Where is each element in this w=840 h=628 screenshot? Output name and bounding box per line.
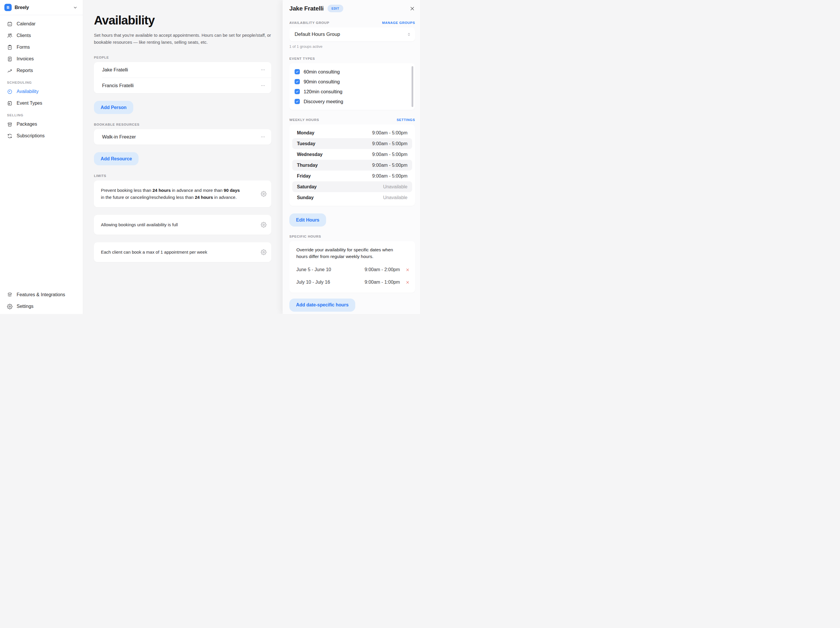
limits-list: Prevent booking less than 24 hours in ad…	[94, 180, 271, 262]
sidebar-nav: CalendarClientsFormsInvoicesReportsSCHED…	[0, 15, 83, 142]
checkbox[interactable]	[295, 79, 300, 84]
edit-button[interactable]: EDIT	[328, 5, 343, 12]
day-name: Thursday	[297, 163, 317, 168]
sidebar-item-subscriptions[interactable]: Subscriptions	[0, 130, 83, 142]
weekly-settings-link[interactable]: SETTINGS	[397, 118, 415, 121]
sidebar-item-label: Availability	[17, 89, 38, 94]
sidebar-item-label: Forms	[17, 44, 30, 50]
sidebar-item-label: Clients	[17, 33, 31, 38]
close-icon[interactable]	[409, 6, 415, 11]
clients-icon	[7, 33, 13, 38]
resource-list: Walk-in Freezer	[94, 129, 271, 145]
specific-hours-header: SPECIFIC HOURS	[289, 235, 415, 238]
day-row-tuesday: Tuesday9:00am - 5:00pm	[292, 138, 412, 149]
day-name: Monday	[297, 130, 314, 136]
sidebar-item-label: Event Types	[17, 101, 42, 106]
event-type-row-60min-consulting[interactable]: 60min consulting	[295, 67, 410, 77]
weekly-hours-card: Monday9:00am - 5:00pmTuesday9:00am - 5:0…	[289, 125, 415, 206]
people-list: Jake FratelliFrancis Fratelli	[94, 62, 271, 93]
specific-hours-list: June 5 - June 109:00am - 2:00pmJuly 10 -…	[296, 264, 410, 289]
subscriptions-icon	[7, 133, 13, 139]
add-person-button[interactable]: Add Person	[94, 101, 133, 114]
check-icon	[295, 100, 299, 103]
people-section-header: PEOPLE	[94, 56, 271, 59]
sidebar-item-features-integrations[interactable]: Features & Integrations	[0, 289, 83, 301]
sidebar-item-calendar[interactable]: Calendar	[0, 18, 83, 30]
dots-icon[interactable]	[261, 67, 265, 72]
day-name: Friday	[297, 174, 311, 179]
manage-groups-link[interactable]: MANAGE GROUPS	[382, 21, 415, 25]
check-icon	[295, 90, 299, 93]
sidebar-item-forms[interactable]: Forms	[0, 41, 83, 53]
limit-text: Prevent booking less than 24 hours in ad…	[101, 187, 256, 201]
weekly-hours-header: WEEKLY HOURS SETTINGS	[289, 118, 415, 121]
sidebar-section-label: SELLING	[7, 114, 76, 117]
dots-icon[interactable]	[261, 134, 265, 139]
event-type-label: 120min consulting	[304, 89, 343, 95]
specific-hours-label: SPECIFIC HOURS	[289, 235, 321, 238]
event-type-label: 90min consulting	[304, 79, 340, 85]
day-hours: Unavailable	[383, 195, 407, 200]
specific-hours-description: Override your availability for specific …	[296, 246, 410, 260]
edit-hours-button[interactable]: Edit Hours	[289, 213, 326, 227]
day-name: Tuesday	[297, 141, 315, 146]
limit-card: Each client can book a max of 1 appointm…	[94, 242, 271, 262]
gear-icon[interactable]	[261, 249, 267, 255]
gear-icon[interactable]	[261, 191, 267, 197]
list-item-jake-fratelli[interactable]: Jake Fratelli	[94, 62, 271, 77]
day-row-friday: Friday9:00am - 5:00pm	[292, 170, 412, 181]
detail-panel: Jake Fratelli EDIT AVAILABILITY GROUP MA…	[283, 0, 420, 314]
sidebar-item-reports[interactable]: Reports	[0, 65, 83, 76]
day-name: Saturday	[297, 184, 317, 189]
event-type-row-120min-consulting[interactable]: 120min consulting	[295, 87, 410, 96]
remove-icon[interactable]	[406, 280, 410, 284]
day-row-saturday: SaturdayUnavailable	[292, 181, 412, 192]
remove-icon[interactable]	[406, 268, 410, 272]
add-date-specific-hours-button[interactable]: Add date-specific hours	[289, 298, 355, 312]
sidebar-item-event-types[interactable]: Event Types	[0, 97, 83, 109]
day-name: Sunday	[297, 195, 314, 200]
event-type-row-discovery-meeting[interactable]: Discovery meeting	[295, 96, 410, 106]
day-row-wednesday: Wednesday9:00am - 5:00pm	[292, 149, 412, 160]
checkbox[interactable]	[295, 89, 300, 94]
settings-icon	[7, 304, 13, 309]
sidebar-item-label: Features & Integrations	[17, 292, 65, 297]
check-icon	[295, 80, 299, 84]
app-name: Breely	[14, 5, 29, 10]
day-hours: 9:00am - 5:00pm	[372, 141, 407, 146]
list-item-walk-in-freezer[interactable]: Walk-in Freezer	[94, 129, 271, 145]
day-hours: 9:00am - 5:00pm	[372, 163, 407, 168]
specific-hours-row: July 10 - July 169:00am - 1:00pm	[296, 276, 410, 289]
checkbox[interactable]	[295, 69, 300, 74]
event-type-label: Discovery meeting	[304, 99, 343, 104]
add-resource-button[interactable]: Add Resource	[94, 152, 139, 165]
gear-icon[interactable]	[261, 222, 267, 228]
scrollbar-thumb[interactable]	[412, 66, 413, 107]
availability-group-label: AVAILABILITY GROUP	[289, 21, 329, 25]
day-hours: Unavailable	[383, 184, 407, 189]
forms-icon	[7, 44, 13, 50]
sidebar-item-settings[interactable]: Settings	[0, 301, 83, 312]
day-name: Wednesday	[297, 152, 322, 157]
list-item-francis-fratelli[interactable]: Francis Fratelli	[94, 78, 271, 93]
sidebar-item-invoices[interactable]: Invoices	[0, 53, 83, 65]
chevron-down-icon	[73, 5, 77, 10]
sidebar-item-label: Invoices	[17, 56, 34, 62]
sidebar-section-label: SCHEDULING	[7, 81, 76, 84]
day-hours: 9:00am - 5:00pm	[372, 130, 407, 136]
date-range: July 10 - July 16	[296, 279, 330, 285]
event-type-row-90min-consulting[interactable]: 90min consulting	[295, 77, 410, 87]
availability-group-select[interactable]: Default Hours Group	[289, 27, 415, 41]
dots-icon[interactable]	[261, 83, 265, 88]
list-item-name: Walk-in Freezer	[102, 134, 261, 140]
day-hours: 9:00am - 5:00pm	[372, 174, 407, 179]
weekly-hours-label: WEEKLY HOURS	[289, 118, 319, 121]
sidebar-item-clients[interactable]: Clients	[0, 30, 83, 41]
limit-card: Prevent booking less than 24 hours in ad…	[94, 180, 271, 207]
main-content: Availability Set hours that you're avail…	[83, 0, 283, 314]
workspace-switcher[interactable]: B Breely	[0, 0, 83, 15]
sidebar-item-availability[interactable]: Availability	[0, 86, 83, 97]
availability-group-header: AVAILABILITY GROUP MANAGE GROUPS	[289, 21, 415, 25]
checkbox[interactable]	[295, 99, 300, 104]
sidebar-item-packages[interactable]: Packages	[0, 118, 83, 130]
